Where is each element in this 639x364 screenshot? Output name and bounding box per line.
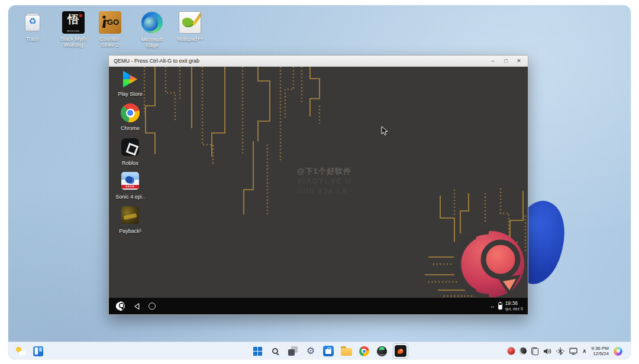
settings-button[interactable]: ⚙ — [304, 344, 317, 358]
wukong-seal — [79, 14, 82, 17]
search-icon — [272, 348, 278, 354]
payback-tile — [121, 206, 139, 224]
pencil-shape — [192, 11, 201, 25]
desktop-icon-label: Counter-Strike 2 — [93, 36, 127, 48]
tray-recording-app-icon[interactable] — [508, 347, 515, 355]
watermark-line2: XIAOYI.VC // — [297, 177, 351, 187]
widgets-icon[interactable] — [33, 346, 43, 356]
task-view-button[interactable] — [286, 344, 299, 358]
clipboard-icon[interactable] — [531, 347, 538, 355]
task-view-icon — [288, 346, 298, 356]
desktop-icon-label: Notepad++ — [173, 36, 207, 42]
android-emulator-button[interactable] — [375, 344, 388, 358]
app-play-store[interactable]: Play Store — [114, 69, 147, 97]
hidden-icons-chevron[interactable]: ∧ — [583, 348, 587, 354]
app-label: Payback² — [114, 228, 147, 234]
windows-taskbar: ⚙ — [8, 342, 631, 359]
window-title: QEMU - Press Ctrl-Alt-G to exit grab — [114, 58, 199, 64]
back-button-icon[interactable] — [133, 303, 141, 310]
mouse-capture-icon: ↔ — [490, 303, 495, 309]
roblox-icon — [120, 138, 140, 158]
desktop-icon-label: Microsoft Edge — [135, 37, 169, 48]
sega-banner: SEGA — [121, 185, 139, 188]
chrome-taskbar-button[interactable] — [357, 344, 370, 358]
app-chrome[interactable]: Chrome — [114, 103, 147, 131]
chrome-icon — [359, 346, 369, 356]
desktop-icon-label: Trash — [15, 36, 50, 42]
store-icon — [323, 346, 334, 356]
desktop-icon-microsoft-edge[interactable]: Microsoft Edge — [135, 11, 169, 48]
chrome-ball — [121, 103, 140, 122]
android-date: qui, dez 5 — [505, 306, 523, 311]
weather-icon[interactable] — [15, 346, 26, 356]
edge-swirl — [141, 12, 163, 33]
app-label: Roblox — [114, 160, 147, 166]
taskbar-date: 12/5/24 — [591, 351, 609, 357]
os-logo-mini-icon[interactable] — [115, 301, 125, 311]
minimize-button[interactable]: – — [486, 56, 499, 67]
windows-logo-icon — [253, 347, 262, 356]
android-navbar: ↔ 19:36 qui, dez 5 — [109, 298, 528, 314]
gear-icon: ⚙ — [306, 346, 315, 356]
desktop-icon-counter-strike-2[interactable]: GO Counter-Strike 2 — [93, 11, 127, 48]
copilot-icon[interactable] — [614, 347, 622, 356]
search-button[interactable] — [269, 344, 282, 358]
recycle-icon: ♻ — [21, 16, 44, 27]
app-label: Sonic 4 epi.. — [114, 194, 147, 200]
chrome-icon — [120, 103, 140, 124]
file-explorer-button[interactable] — [340, 344, 353, 358]
sonic-4-icon: SEGA — [120, 172, 140, 192]
app-payback[interactable]: Payback² — [114, 205, 147, 234]
app-sonic-4[interactable]: SEGA Sonic 4 epi.. — [114, 171, 147, 200]
close-button[interactable]: ✕ — [512, 56, 525, 67]
cloud-shape — [19, 351, 26, 355]
app-label: Chrome — [114, 125, 147, 131]
network-icon[interactable] — [569, 347, 578, 355]
app-roblox[interactable]: Roblox — [114, 137, 147, 166]
screenshot-frame: ♻ Trash 悟 WUKONG Black Myth Wukong GO Co… — [0, 0, 639, 364]
home-button-icon[interactable] — [149, 303, 156, 310]
trash-icon: ♻ — [21, 11, 44, 34]
battery-icon — [498, 303, 502, 310]
csgo-text: GO — [107, 18, 119, 27]
watermark-line3: ////// X16.LA — [297, 187, 351, 197]
chameleon-shape — [182, 18, 193, 26]
wukong-subtitle: WUKONG — [62, 30, 85, 32]
windows-desktop: ♻ Trash 悟 WUKONG Black Myth Wukong GO Co… — [8, 5, 631, 359]
black-myth-wukong-icon: 悟 WUKONG — [62, 11, 85, 34]
sonic-tile: SEGA — [121, 172, 139, 190]
play-store-icon — [120, 69, 140, 89]
desktop-icon-black-myth-wukong[interactable]: 悟 WUKONG Black Myth Wukong — [56, 11, 91, 48]
qemu-titlebar[interactable]: QEMU - Press Ctrl-Alt-G to exit grab – □… — [109, 56, 528, 67]
watermark: @下1个好软件 XIAOYI.VC // ////// X16.LA — [297, 166, 351, 197]
android-clock[interactable]: 19:36 qui, dez 5 — [505, 301, 523, 311]
volume-icon[interactable] — [543, 347, 551, 355]
android-emulator-icon — [377, 346, 387, 356]
app-label: Play Store — [114, 91, 147, 97]
sonic-figure — [125, 176, 133, 183]
payback-icon — [120, 206, 140, 226]
android-time: 19:36 — [505, 301, 523, 306]
desktop-icon-trash[interactable]: ♻ Trash — [15, 11, 50, 42]
counter-strike-icon: GO — [99, 11, 121, 34]
mouse-cursor — [381, 126, 389, 136]
tray-dark-app-icon[interactable] — [519, 347, 527, 355]
qemu-window: QEMU - Press Ctrl-Alt-G to exit grab – □… — [108, 55, 528, 315]
window-controls: – □ ✕ — [486, 56, 525, 67]
taskbar-clock[interactable]: 9:36 PM 12/5/24 — [591, 346, 609, 357]
microsoft-store-button[interactable] — [322, 344, 335, 358]
android-screen: Play Store Chrome Roblox SEGA — [109, 67, 528, 298]
folder-icon — [341, 348, 352, 356]
qemu-bird-icon — [395, 345, 406, 357]
bluetooth-icon[interactable] — [556, 347, 564, 355]
desktop-icon-notepad-plus-plus[interactable]: Notepad++ — [173, 11, 207, 42]
notepad-plus-plus-icon — [179, 11, 201, 34]
start-button[interactable] — [251, 344, 264, 358]
desktop-icon-label: Black Myth Wukong — [56, 36, 91, 48]
taskbar-time: 9:36 PM — [591, 346, 609, 352]
watermark-line1: @下1个好软件 — [297, 166, 351, 177]
maximize-button[interactable]: □ — [499, 56, 512, 67]
qemu-taskbar-button-active[interactable] — [393, 343, 408, 359]
os-logo — [456, 231, 524, 297]
roblox-tile — [121, 138, 139, 156]
